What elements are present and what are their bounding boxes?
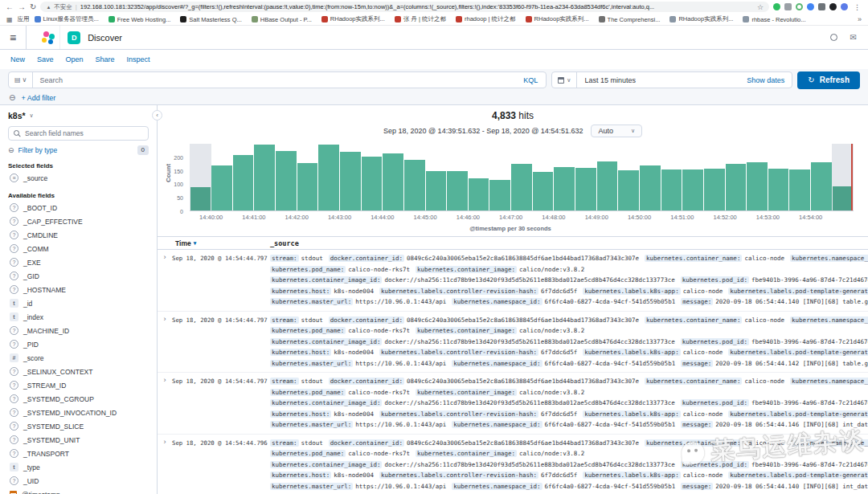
elastic-logo[interactable] bbox=[42, 31, 55, 44]
menu-open[interactable]: Open bbox=[66, 55, 84, 63]
bookmark-item[interactable]: Linux服务器管理员... bbox=[35, 15, 99, 23]
field-item-_UID[interactable]: ?_UID bbox=[8, 474, 149, 488]
field-item-_HOSTNAME[interactable]: ?_HOSTNAME bbox=[8, 283, 149, 296]
histogram-bar[interactable] bbox=[232, 144, 254, 210]
histogram-bar[interactable] bbox=[832, 144, 854, 210]
histogram-bar[interactable] bbox=[383, 144, 404, 210]
field-item-_PID[interactable]: ?_PID bbox=[8, 337, 149, 351]
field-item-_source[interactable]: ≡_source bbox=[8, 171, 149, 185]
histogram-bar[interactable] bbox=[768, 144, 789, 210]
column-header-source[interactable]: _source bbox=[270, 239, 868, 247]
field-item-_SYSTEMD_CGROUP[interactable]: ?_SYSTEMD_CGROUP bbox=[8, 392, 149, 406]
search-input[interactable] bbox=[33, 76, 515, 84]
expand-row-icon[interactable]: › bbox=[158, 253, 172, 308]
bookmark-item[interactable]: RHadoop实践系列... bbox=[526, 15, 589, 23]
bookmark-item[interactable]: 张 丹 | 统计之都 bbox=[395, 15, 446, 23]
histogram-bar[interactable] bbox=[554, 144, 575, 210]
field-item-_SYSTEMD_UNIT[interactable]: ?_SYSTEMD_UNIT bbox=[8, 433, 149, 447]
field-item-_GID[interactable]: ?_GID bbox=[8, 269, 149, 283]
field-search-input[interactable] bbox=[23, 129, 143, 138]
field-item-_CAP_EFFECTIVE[interactable]: ?_CAP_EFFECTIVE bbox=[8, 214, 149, 228]
histogram-bar[interactable] bbox=[468, 144, 489, 210]
histogram-bar[interactable] bbox=[254, 144, 276, 210]
bookmark-item[interactable]: HBase Output - P... bbox=[252, 16, 312, 23]
menu-save[interactable]: Save bbox=[37, 55, 54, 63]
back-icon[interactable]: ← bbox=[6, 3, 14, 11]
saved-query-icon[interactable]: ▤ ∨ bbox=[9, 72, 33, 88]
histogram-bar[interactable] bbox=[682, 144, 704, 210]
field-item-_MACHINE_ID[interactable]: ?_MACHINE_ID bbox=[8, 324, 149, 337]
kql-toggle[interactable]: KQL bbox=[515, 76, 546, 84]
histogram-bar[interactable] bbox=[639, 144, 661, 210]
time-range-label[interactable]: Last 15 minutes bbox=[577, 76, 739, 84]
bookmark-item[interactable]: RHadoop实践系列... bbox=[321, 15, 385, 23]
apps-label[interactable]: 应用 bbox=[18, 15, 30, 23]
hamburger-menu-icon[interactable]: ≡ bbox=[0, 26, 27, 49]
evernote-extension-icon[interactable] bbox=[773, 3, 780, 10]
calendar-icon[interactable]: ∨ bbox=[552, 72, 577, 88]
bookmark-item[interactable]: RHadoop实践系列... bbox=[669, 15, 733, 23]
url-bar[interactable]: ▲ 不安全 | 192.168.100.181:32352/app/discov… bbox=[40, 2, 769, 12]
pin-icon[interactable] bbox=[829, 3, 837, 10]
field-item-_SELINUX_CONTEXT[interactable]: ?_SELINUX_CONTEXT bbox=[8, 365, 149, 378]
field-item-_STREAM_ID[interactable]: ?_STREAM_ID bbox=[8, 378, 149, 392]
index-pattern-select[interactable]: k8s* ∨ bbox=[8, 111, 149, 120]
field-item-_score[interactable]: #_score bbox=[8, 351, 149, 365]
bookmark-item[interactable]: rhadoop | 统计之都 bbox=[456, 15, 516, 23]
menu-share[interactable]: Share bbox=[96, 55, 115, 63]
bookmark-item[interactable]: Salt Masterless Q... bbox=[180, 16, 241, 23]
histogram-bar[interactable] bbox=[747, 144, 768, 210]
bookmark-item[interactable]: The Comprehensi... bbox=[599, 16, 661, 23]
field-item-_CMDLINE[interactable]: ?_CMDLINE bbox=[8, 228, 149, 242]
histogram-bar[interactable] bbox=[361, 144, 383, 210]
bookmark-item[interactable]: rhbase - Revolutio... bbox=[743, 16, 805, 23]
field-item-_BOOT_ID[interactable]: ?_BOOT_ID bbox=[8, 201, 149, 214]
histogram-bar[interactable] bbox=[575, 144, 597, 210]
menu-new[interactable]: New bbox=[10, 55, 25, 63]
field-item-_SYSTEMD_SLICE[interactable]: ?_SYSTEMD_SLICE bbox=[8, 419, 149, 433]
menu-inspect[interactable]: Inspect bbox=[127, 55, 150, 63]
histogram-bar[interactable] bbox=[190, 144, 211, 210]
histogram-bar[interactable] bbox=[489, 144, 511, 210]
forward-icon[interactable]: → bbox=[18, 3, 26, 11]
histogram-bar[interactable] bbox=[725, 144, 747, 210]
bookmarks-overflow-icon[interactable]: » bbox=[858, 15, 862, 23]
expand-row-icon[interactable]: › bbox=[158, 376, 172, 431]
help-icon[interactable] bbox=[830, 34, 837, 41]
bookmark-star-icon[interactable]: ☆ bbox=[757, 3, 764, 11]
sidebar-collapse-icon[interactable]: ‹ bbox=[152, 110, 162, 120]
expand-row-icon[interactable]: › bbox=[158, 315, 172, 369]
interval-select[interactable]: Auto ∨ bbox=[591, 125, 642, 137]
sort-descending-icon[interactable]: ▾ bbox=[194, 240, 197, 247]
histogram-bar[interactable] bbox=[318, 144, 340, 210]
discover-app-icon[interactable]: D bbox=[68, 31, 80, 44]
field-item-_SYSTEMD_INVOCATION_ID[interactable]: ?_SYSTEMD_INVOCATION_ID bbox=[8, 406, 149, 419]
refresh-button[interactable]: ↻ Refresh bbox=[797, 71, 860, 89]
filter-icon[interactable]: ⊖ bbox=[9, 94, 15, 102]
histogram-bar[interactable] bbox=[703, 144, 725, 210]
histogram-bar[interactable] bbox=[618, 144, 640, 210]
browser-menu-icon[interactable]: ⋮ bbox=[852, 3, 862, 11]
field-item-@timestamp[interactable]: @timestamp bbox=[8, 488, 149, 494]
newsfeed-icon[interactable]: ✉ bbox=[850, 33, 857, 42]
histogram-bar[interactable] bbox=[447, 144, 469, 210]
grey-extension-icon[interactable] bbox=[818, 3, 825, 10]
histogram-bar[interactable] bbox=[532, 144, 554, 210]
histogram-bar[interactable] bbox=[789, 144, 811, 210]
field-item-_COMM[interactable]: ?_COMM bbox=[8, 242, 149, 255]
show-dates-button[interactable]: Show dates bbox=[739, 76, 792, 84]
add-filter-button[interactable]: + Add filter bbox=[21, 94, 55, 102]
histogram-bar[interactable] bbox=[297, 144, 318, 210]
histogram-bar[interactable] bbox=[596, 144, 618, 210]
apps-grid-icon[interactable]: ▦ bbox=[6, 16, 13, 23]
column-header-time[interactable]: Time ▾ bbox=[158, 239, 270, 247]
field-item-_index[interactable]: t_index bbox=[8, 310, 149, 324]
bookmark-item[interactable]: Free Web Hosting... bbox=[108, 16, 171, 23]
ring-extension-icon[interactable] bbox=[796, 3, 803, 10]
histogram-bar[interactable] bbox=[811, 144, 833, 210]
histogram-bar[interactable] bbox=[211, 144, 233, 210]
histogram-bar[interactable] bbox=[403, 144, 425, 210]
field-item-_type[interactable]: t_type bbox=[8, 460, 149, 474]
histogram-bar[interactable] bbox=[511, 144, 533, 210]
histogram-bar[interactable] bbox=[276, 144, 297, 210]
